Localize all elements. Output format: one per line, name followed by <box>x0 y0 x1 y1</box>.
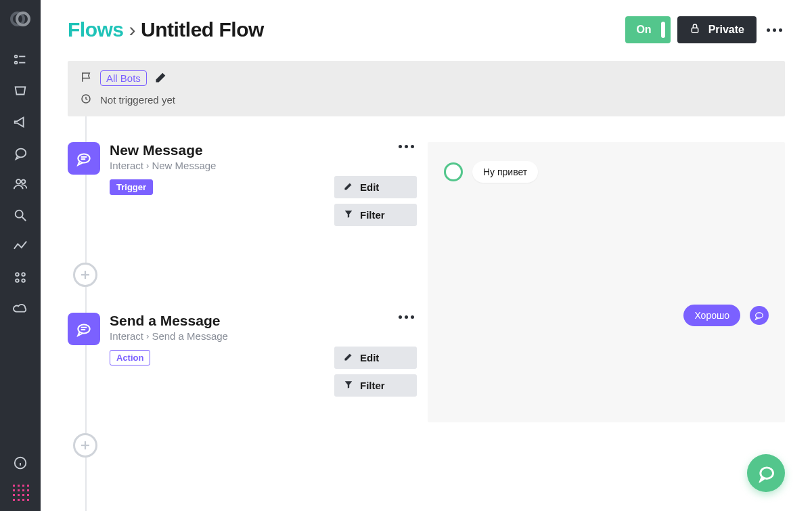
breadcrumb: Flows › Untitled Flow <box>68 18 264 41</box>
toggle-label: On <box>636 24 651 36</box>
flow-content: New Message Interact › New Message Trigg… <box>68 116 785 511</box>
svg-point-12 <box>16 279 19 282</box>
bots-row: All Bots <box>80 70 773 86</box>
filter-button[interactable]: Filter <box>334 374 417 397</box>
step-more-button[interactable] <box>396 142 417 151</box>
svg-line-9 <box>22 217 26 221</box>
step-icon-badge <box>68 313 100 345</box>
nav-item-users[interactable] <box>11 175 30 194</box>
privacy-button[interactable]: Private <box>677 16 757 43</box>
flow-step: New Message Interact › New Message Trigg… <box>68 116 417 287</box>
step-title: Send a Message <box>110 313 396 329</box>
user-avatar-circle <box>444 162 463 181</box>
lock-icon <box>690 23 700 37</box>
svg-point-10 <box>16 273 19 276</box>
privacy-label: Private <box>708 24 744 36</box>
breadcrumb-separator: › <box>129 18 136 41</box>
flow-step: Send a Message Interact › Send a Message… <box>68 287 417 458</box>
app-logo[interactable] <box>8 7 32 31</box>
more-icon <box>767 28 782 32</box>
svg-point-7 <box>22 180 26 184</box>
breadcrumb-current: Untitled Flow <box>141 18 264 41</box>
nav-item-analytics[interactable] <box>11 237 30 256</box>
svg-point-8 <box>16 210 23 218</box>
nav-item-search[interactable] <box>11 206 30 225</box>
funnel-icon <box>344 209 353 221</box>
step-path: Interact › New Message <box>110 160 396 171</box>
edit-bots-icon[interactable] <box>155 71 167 86</box>
main-content: Flows › Untitled Flow On Private All Bot… <box>41 0 812 511</box>
svg-point-4 <box>15 62 18 64</box>
chat-bubble-icon <box>754 310 765 321</box>
nav-icons <box>11 50 30 456</box>
breadcrumb-root[interactable]: Flows <box>68 18 124 41</box>
chat-bubble-icon <box>75 150 93 167</box>
user-avatar[interactable] <box>9 481 31 503</box>
funnel-icon <box>344 380 353 391</box>
filter-label: Filter <box>360 380 385 391</box>
chat-incoming-row: Ну привет <box>444 161 769 183</box>
step-tag: Action <box>110 350 150 365</box>
step-path-root: Interact <box>110 330 143 342</box>
step-title: New Message <box>110 142 396 158</box>
flow-info-bar: All Bots Not triggered yet <box>68 61 785 116</box>
step-icon-badge <box>68 142 100 175</box>
incoming-bubble: Ну привет <box>472 161 538 183</box>
step-more-button[interactable] <box>396 313 417 321</box>
step-path: Interact › Send a Message <box>110 330 396 342</box>
page-header: Flows › Untitled Flow On Private <box>68 16 785 43</box>
chat-fab[interactable] <box>747 454 785 492</box>
nav-item-flows[interactable] <box>11 50 30 69</box>
chat-bubble-icon <box>75 320 93 338</box>
step-path-root: Interact <box>110 160 143 171</box>
nav-item-campaigns[interactable] <box>11 81 30 100</box>
svg-point-2 <box>15 55 18 58</box>
toggle-handle <box>661 22 665 38</box>
svg-point-11 <box>22 273 25 276</box>
header-more-button[interactable] <box>763 28 785 32</box>
help-icon[interactable] <box>13 456 28 473</box>
preview-column: Ну привет Хорошо <box>428 142 785 422</box>
outgoing-bubble: Хорошо <box>683 305 740 326</box>
nav-item-apps[interactable] <box>11 268 30 287</box>
svg-point-6 <box>16 179 20 183</box>
step-path-leaf: Send a Message <box>152 330 228 342</box>
bot-avatar <box>750 306 769 325</box>
steps-column: New Message Interact › New Message Trigg… <box>68 116 417 511</box>
clock-icon <box>80 93 92 107</box>
add-step-button[interactable] <box>73 263 97 287</box>
step-path-leaf: New Message <box>152 160 216 171</box>
nav-item-chat[interactable] <box>11 143 30 162</box>
svg-point-13 <box>22 279 25 282</box>
sidebar-bottom <box>9 456 31 511</box>
header-actions: On Private <box>625 16 785 43</box>
filter-button[interactable]: Filter <box>334 204 417 226</box>
chat-outgoing-row: Хорошо <box>444 305 769 326</box>
trigger-status-text: Not triggered yet <box>100 94 175 106</box>
add-step-button[interactable] <box>73 433 97 458</box>
filter-label: Filter <box>360 209 385 221</box>
sidebar <box>0 0 41 511</box>
nav-item-announce[interactable] <box>11 112 30 131</box>
trigger-status-row: Not triggered yet <box>80 93 773 107</box>
nav-item-cloud[interactable] <box>11 299 30 318</box>
chevron-right-icon: › <box>146 331 149 341</box>
chat-icon <box>757 464 775 483</box>
svg-rect-17 <box>692 28 698 32</box>
flow-toggle[interactable]: On <box>625 16 670 43</box>
flag-icon <box>80 71 92 86</box>
chevron-right-icon: › <box>146 160 149 171</box>
step-tag: Trigger <box>110 179 153 195</box>
bots-tag[interactable]: All Bots <box>100 70 147 86</box>
